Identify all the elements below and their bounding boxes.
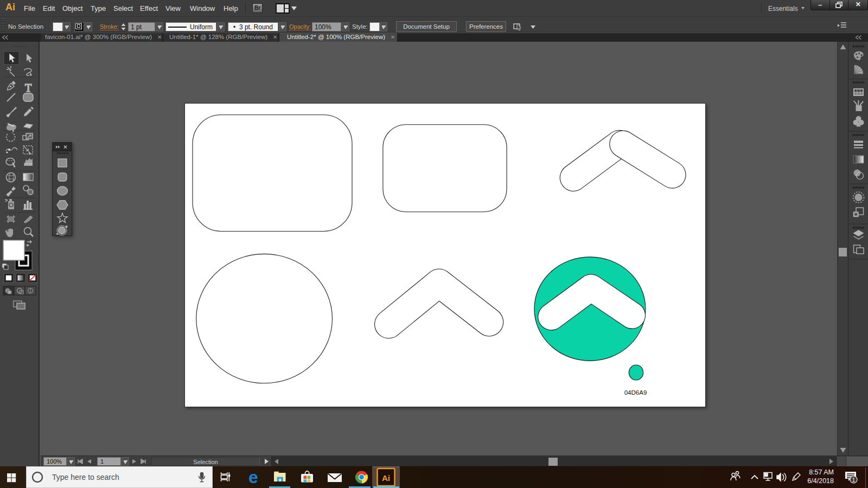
svg-text:8:57 AM: 8:57 AM — [809, 468, 834, 476]
svg-text:1: 1 — [852, 477, 856, 483]
svg-text:T: T — [25, 82, 31, 94]
svg-text:6/4/2018: 6/4/2018 — [807, 477, 834, 485]
svg-text:04D6A9: 04D6A9 — [624, 389, 647, 396]
svg-text:Ai: Ai — [382, 473, 390, 483]
svg-text:e: e — [248, 467, 258, 487]
